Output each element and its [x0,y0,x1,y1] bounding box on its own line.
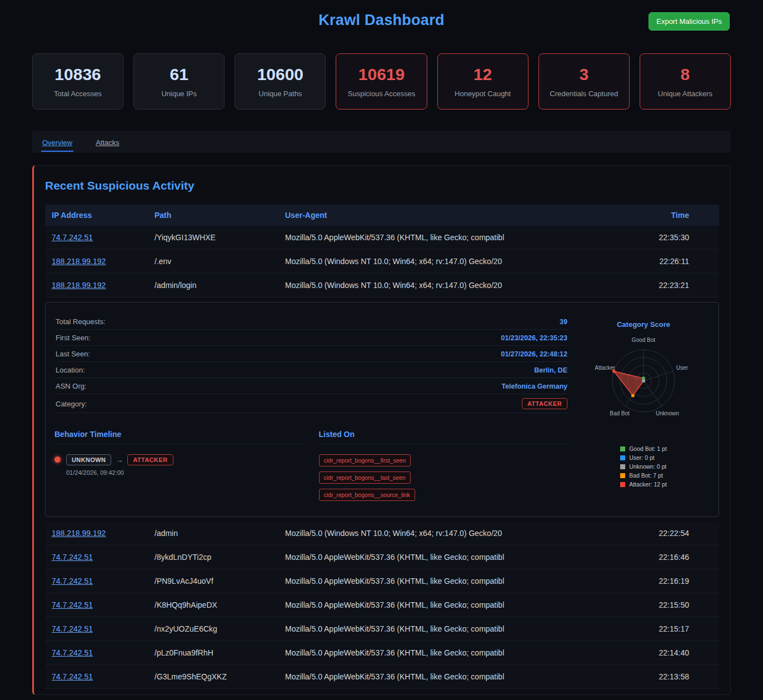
legend-text: Unknown: 0 pt [629,463,666,470]
export-malicious-ips-button[interactable]: Export Malicious IPs [649,12,730,31]
path-cell: /YiqykGI13WHXE [148,226,278,249]
stats-row: 10836Total Accesses61Unique IPs10600Uniq… [32,53,731,110]
legend-text: Good Bot: 1 pt [629,445,667,452]
legend-item: Unknown: 0 pt [620,463,667,470]
field-value: 01/23/2026, 22:35:23 [501,334,567,342]
user-agent-cell: Mozilla/5.0 AppleWebKit/537.36 (KHTML, l… [278,617,625,641]
legend-text: User: 0 pt [629,454,655,461]
ip-link[interactable]: 188.218.99.192 [45,250,148,273]
timeline-dot-icon [54,456,61,463]
listed-on-title: Listed On [319,430,569,444]
listed-on-section: Listed On cidr_report_bogons__first_seen… [319,430,569,501]
table-row[interactable]: 74.7.242.51/K8HQq9hAipeDXMozilla/5.0 App… [45,593,719,617]
stat-value: 3 [542,65,626,84]
ip-link[interactable]: 74.7.242.51 [45,545,148,569]
path-cell: /.env [148,250,278,273]
legend-item: Bad Bot: 7 pt [620,472,667,479]
legend-item: Good Bot: 1 pt [620,445,667,452]
time-cell: 22:16:19 [625,569,719,593]
path-cell: /admin [148,522,278,545]
stat-card-honeypot-caught: 12Honeypot Caught [437,53,528,110]
ip-link[interactable]: 74.7.242.51 [45,617,148,641]
table-row[interactable]: 74.7.242.51/PN9LvAcJ4uoVfMozilla/5.0 App… [45,569,719,593]
ip-detail-panel: Total Requests:39First Seen:01/23/2026, … [45,302,719,517]
category-badge: ATTACKER [522,398,567,409]
page-title: Krawl Dashboard [318,12,445,29]
stat-card-total-accesses: 10836Total Accesses [32,53,123,110]
time-cell: 22:15:50 [625,593,719,617]
table-row[interactable]: 188.218.99.192/admin/loginMozilla/5.0 (W… [45,274,719,297]
listed-on-badge[interactable]: cidr_report_bogons__first_seen [319,454,411,466]
ip-link[interactable]: 74.7.242.51 [45,641,148,664]
table-row[interactable]: 188.218.99.192/.envMozilla/5.0 (Windows … [45,250,719,274]
stat-label: Credentials Captured [542,90,626,98]
ip-link[interactable]: 74.7.242.51 [45,593,148,617]
time-cell: 22:22:54 [625,522,719,545]
user-agent-cell: Mozilla/5.0 AppleWebKit/537.36 (KHTML, l… [278,641,625,664]
ip-detail-fields: Total Requests:39First Seen:01/23/2026, … [54,314,568,501]
legend-swatch [620,446,625,451]
arrow-right-icon: → [116,456,123,464]
timeline-entry: UNKNOWN → ATTACKER 01/24/2026, 09:42:00 [54,454,305,476]
time-cell: 22:15:17 [625,617,719,641]
user-agent-cell: Mozilla/5.0 (Windows NT 10.0; Win64; x64… [278,250,625,273]
table-row[interactable]: 74.7.242.51/YiqykGI13WHXEMozilla/5.0 App… [45,226,719,250]
user-agent-cell: Mozilla/5.0 AppleWebKit/537.36 (KHTML, l… [278,545,625,569]
user-agent-cell: Mozilla/5.0 AppleWebKit/537.36 (KHTML, l… [278,665,625,688]
panel-title: Recent Suspicious Activity [45,179,719,192]
user-agent-cell: Mozilla/5.0 AppleWebKit/537.36 (KHTML, l… [278,226,625,249]
field-label: First Seen: [56,334,91,342]
table-row[interactable]: 74.7.242.51/G3Lme9ShEQgXKZMozilla/5.0 Ap… [45,665,719,689]
field-value: Telefonica Germany [501,383,567,390]
time-cell: 22:13:58 [625,665,719,688]
field-label: Total Requests: [56,317,106,326]
table-row[interactable]: 74.7.242.51/8ykdLnDYTi2cpMozilla/5.0 App… [45,545,719,569]
legend-item: User: 0 pt [620,454,667,461]
stat-label: Unique Attackers [644,90,727,98]
detail-field-total-requests: Total Requests:39 [54,314,568,330]
listed-on-badge[interactable]: cidr_report_bogons__last_seen [319,471,411,484]
path-cell: /8ykdLnDYTi2cp [148,545,278,569]
legend-swatch [620,473,625,478]
time-cell: 22:16:46 [625,545,719,569]
stat-label: Suspicious Accesses [340,90,423,98]
category-field: Category: ATTACKER [54,394,568,413]
path-cell: /G3Lme9ShEQgXKZ [148,665,278,688]
table-row[interactable]: 74.7.242.51/pLz0Fnua9fRhHMozilla/5.0 App… [45,641,719,665]
tab-bar: OverviewAttacks [32,131,731,153]
svg-text:Unknown: Unknown [656,410,679,416]
stat-value: 61 [137,65,221,84]
column-header-user-agent: User-Agent [278,205,625,226]
stat-label: Honeypot Caught [441,90,525,98]
stat-card-credentials-captured: 3Credentials Captured [538,53,630,110]
path-cell: /pLz0Fnua9fRhH [148,641,278,664]
ip-link[interactable]: 74.7.242.51 [45,665,148,688]
ip-link[interactable]: 188.218.99.192 [45,522,148,545]
behavior-timeline-title: Behavior Timeline [54,430,305,444]
krawl-dashboard: Krawl Dashboard Export Malicious IPs 108… [0,0,763,700]
time-cell: 22:23:21 [625,274,719,297]
tab-overview[interactable]: Overview [41,132,73,152]
timeline-from-badge: UNKNOWN [66,454,111,465]
table-row[interactable]: 74.7.242.51/nx2yUOZuE6CkgMozilla/5.0 App… [45,617,719,641]
detail-field-last-seen: Last Seen:01/27/2026, 22:48:12 [54,346,568,362]
path-cell: /K8HQq9hAipeDX [148,593,278,617]
ip-link[interactable]: 188.218.99.192 [45,274,148,297]
svg-text:Bad Bot: Bad Bot [610,410,630,416]
path-cell: /nx2yUOZuE6Ckg [148,617,278,641]
field-label: Category: [56,400,87,408]
svg-text:User: User [676,365,689,371]
svg-text:Attacker: Attacker [595,365,615,371]
table-row[interactable]: 188.218.99.192/adminMozilla/5.0 (Windows… [45,522,719,545]
ip-link[interactable]: 74.7.242.51 [45,569,148,593]
tab-attacks[interactable]: Attacks [94,132,121,152]
listed-on-badge[interactable]: cidr_report_bogons__source_link [319,489,415,501]
ip-link[interactable]: 74.7.242.51 [45,226,148,249]
stat-label: Unique IPs [137,90,221,98]
stat-card-suspicious-accesses: 10619Suspicious Accesses [336,53,427,110]
legend-swatch [620,482,625,487]
timeline-to-badge: ATTACKER [127,454,173,465]
timeline-timestamp: 01/24/2026, 09:42:00 [66,469,173,476]
time-cell: 22:26:11 [625,250,719,273]
path-cell: /admin/login [148,274,278,297]
